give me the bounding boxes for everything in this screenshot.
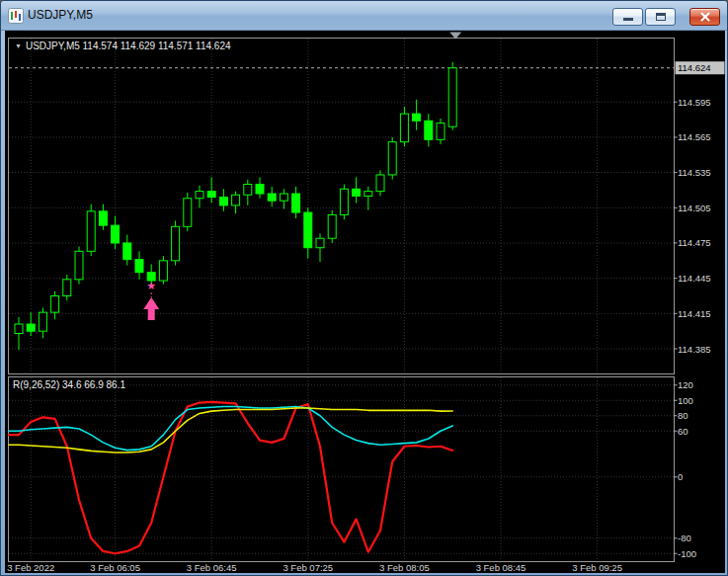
candle-body [196, 192, 203, 199]
time-scale-label[interactable]: 3 Feb 07:25 [283, 562, 333, 573]
candle-body [448, 68, 456, 126]
price-scale-label[interactable]: 114.595 [678, 97, 711, 108]
candle-body [99, 211, 107, 225]
candle-body [15, 324, 23, 334]
candle-body [437, 123, 445, 140]
candle-body [75, 251, 83, 280]
candle-body [353, 189, 361, 196]
price-scale-label[interactable]: 114.535 [678, 167, 711, 178]
time-scale-label[interactable]: 3 Feb 09:25 [572, 562, 622, 573]
indicator-scale-label[interactable]: -100 [678, 548, 696, 559]
maximize-button[interactable] [645, 8, 676, 26]
time-scale-label[interactable]: 3 Feb 06:05 [90, 562, 140, 573]
candle-body [328, 214, 336, 238]
indicator-scale-label[interactable]: -80 [678, 533, 691, 543]
candle-body [51, 295, 59, 312]
price-scale-label[interactable]: 114.445 [678, 273, 711, 284]
time-scale-label[interactable]: 3 Feb 2022 [7, 562, 54, 573]
candle-body [425, 121, 433, 139]
candle-body [244, 184, 252, 195]
candle-body [112, 225, 120, 243]
candle-body [159, 261, 167, 281]
candle-body [123, 243, 131, 260]
indicator-scale-label[interactable]: 80 [678, 410, 688, 421]
candle-body [87, 211, 95, 251]
candle-body [304, 212, 312, 248]
maximize-icon [656, 13, 666, 21]
minimize-button[interactable] [612, 8, 643, 26]
price-scale-label[interactable]: 114.415 [678, 308, 711, 319]
candle-body [184, 199, 192, 227]
close-button[interactable] [689, 8, 720, 26]
window-icon [8, 8, 24, 24]
collapse-icon[interactable]: ▼ [15, 42, 22, 49]
candle-body [27, 324, 35, 331]
price-scale-label[interactable]: 114.475 [678, 237, 711, 248]
chart-canvas[interactable]: ★114.595114.565114.535114.505114.475114.… [5, 31, 725, 573]
candle-body [63, 280, 71, 296]
candle-body [364, 192, 372, 197]
indicator-scale-label[interactable]: 120 [678, 379, 693, 390]
price-scale-label[interactable]: 114.505 [678, 203, 711, 213]
indicator-scale-label[interactable]: 100 [678, 395, 693, 406]
candle-body [376, 175, 384, 192]
price-scale-label[interactable]: 114.565 [678, 131, 711, 142]
candle-body [268, 194, 276, 201]
candle-body [292, 194, 300, 212]
chart-area[interactable]: ★114.595114.565114.535114.505114.475114.… [5, 31, 725, 573]
candle-body [172, 226, 180, 260]
candle-body [219, 198, 227, 206]
candle-body [388, 142, 396, 175]
bid-price-label: 114.624 [678, 62, 711, 73]
mt4-chart-window: USDJPY,M5 ★114.595114.565114.535114.5051… [0, 0, 728, 576]
window-title: USDJPY,M5 [28, 1, 93, 30]
candle-body [39, 312, 46, 331]
indicator-scale-label[interactable]: 0 [678, 471, 683, 482]
candle-body [232, 195, 240, 206]
candle-body [256, 184, 264, 194]
time-scale-label[interactable]: 3 Feb 08:45 [476, 562, 526, 573]
indicator-pane[interactable] [9, 377, 675, 562]
candle-body [135, 260, 143, 273]
minimize-icon [623, 18, 633, 21]
star-marker: ★ [146, 280, 156, 291]
price-scale-label[interactable]: 114.385 [678, 344, 711, 355]
candle-body [340, 189, 348, 214]
candle-body [413, 114, 421, 121]
candle-body [316, 238, 324, 248]
time-scale-label[interactable]: 3 Feb 08:05 [379, 562, 430, 573]
title-bar[interactable]: USDJPY,M5 [1, 1, 727, 31]
time-scale-label[interactable]: 3 Feb 06:45 [187, 562, 237, 573]
candle-body [207, 192, 215, 198]
candle-body [400, 114, 408, 142]
candle-body [280, 194, 287, 201]
indicator-scale-label[interactable]: 60 [678, 426, 688, 437]
